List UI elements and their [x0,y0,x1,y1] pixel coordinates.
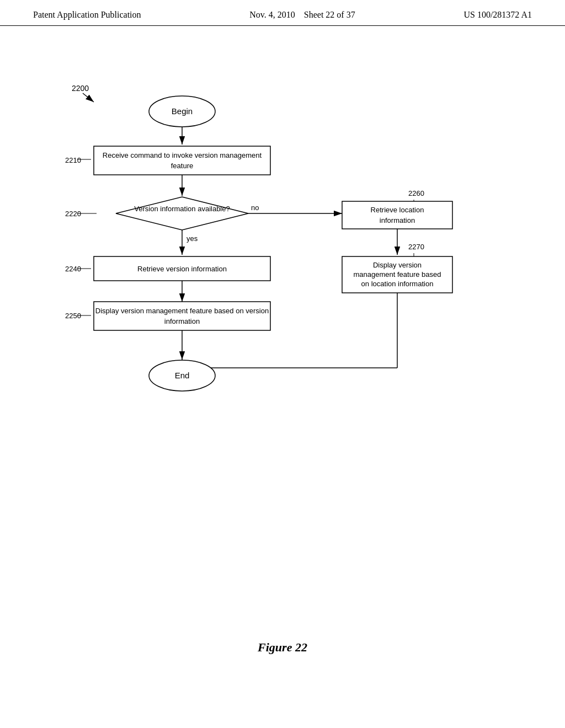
label-node-2260: 2260 [408,189,424,197]
text-2250-2: information [164,317,200,325]
figure-caption-text: Figure 22 [258,640,307,654]
text-2250-1: Display version management feature based… [95,307,269,315]
header-left: Patent Application Publication [33,10,141,20]
text-2270-1: Display version [373,261,422,269]
text-2240: Retrieve version information [137,265,227,273]
text-2270-3: on location information [361,280,434,288]
text-2260-2: information [380,216,415,224]
figure-caption: Figure 22 [0,640,565,655]
page-header: Patent Application Publication Nov. 4, 2… [0,0,565,26]
yes-label: yes [186,234,198,243]
text-2210-2: feature [171,162,193,170]
end-label: End [175,371,190,380]
no-label: no [251,204,259,212]
header-right: US 100/281372 A1 [463,10,532,20]
rect-2210 [94,146,270,175]
label-node-2210: 2210 [65,156,81,164]
rect-2250 [94,302,270,330]
flowchart-container: 2200 Begin 2210 Receive command to invok… [33,59,530,500]
text-2260-1: Retrieve location [371,206,424,214]
text-2220-1: Version information available? [134,205,230,213]
flowchart-svg: 2200 Begin 2210 Receive command to invok… [33,59,530,500]
label-node-2270: 2270 [408,243,424,251]
text-2270-2: management feature based [354,270,441,279]
label-2200: 2200 [72,84,89,93]
begin-label: Begin [172,106,193,116]
text-2210-1: Receive command to invoke version manage… [103,151,262,159]
diagram-area: 2200 Begin 2210 Receive command to invok… [0,26,565,688]
header-center: Nov. 4, 2010 Sheet 22 of 37 [249,10,355,20]
diamond-2220 [116,197,248,230]
arrow-2200 [83,93,94,102]
